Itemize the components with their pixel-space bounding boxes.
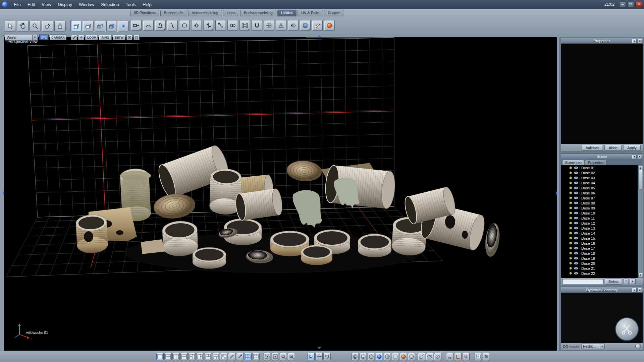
scene-tree-item[interactable]: ✽›Dose 19 xyxy=(561,256,638,261)
pane-splitter-top-icon[interactable] xyxy=(317,33,321,37)
layout-single-view-icon[interactable] xyxy=(156,353,164,360)
soft-selection-tool-icon[interactable] xyxy=(264,20,274,31)
scene-tree-item[interactable]: ✽›Dose 03 xyxy=(561,175,638,180)
visibility-eye-icon[interactable] xyxy=(574,231,578,235)
shading-material-icon[interactable] xyxy=(400,353,407,360)
tab-vertex-modeling[interactable]: Vertex modeling xyxy=(188,10,222,16)
shading-flat-icon[interactable] xyxy=(368,353,375,360)
show-grid-icon[interactable] xyxy=(446,353,453,360)
visibility-eye-icon[interactable] xyxy=(574,226,578,230)
pane-splitter-bottom-icon[interactable] xyxy=(317,347,321,351)
select-vertices-icon[interactable] xyxy=(71,21,82,32)
close-panel-icon[interactable]: ✕ xyxy=(637,39,642,44)
menu-display[interactable]: Display xyxy=(54,2,75,7)
expander-icon[interactable]: › xyxy=(579,257,580,260)
expander-icon[interactable]: › xyxy=(579,206,580,210)
weld-tool-icon[interactable] xyxy=(227,20,238,31)
select-arrow-icon[interactable] xyxy=(5,21,16,32)
dg-mode-select[interactable]: Restric... ▼ xyxy=(581,344,605,349)
layout-two-vertical-icon[interactable] xyxy=(172,353,180,360)
visibility-eye-icon[interactable] xyxy=(574,211,578,215)
camera-space-button[interactable]: CAMERA xyxy=(50,35,67,40)
menu-window[interactable]: Window xyxy=(75,2,98,7)
visibility-eye-icon[interactable] xyxy=(574,236,578,240)
shading-transparent-icon[interactable] xyxy=(392,353,399,360)
layout-three-top-icon[interactable] xyxy=(205,353,212,360)
expander-icon[interactable]: › xyxy=(579,217,580,220)
pen-tool-icon[interactable] xyxy=(228,353,235,360)
expander-icon[interactable]: › xyxy=(579,201,580,205)
menu-file[interactable]: File xyxy=(10,2,24,7)
properties-panel-title[interactable]: Properties ▾ ✕ xyxy=(561,38,643,44)
rollup-icon[interactable]: ▾ xyxy=(632,288,637,293)
scene-tree-item[interactable]: ✽›Dose 08 xyxy=(561,200,638,205)
scene-tree-item[interactable]: ✽›Dose 06 xyxy=(561,190,638,195)
taper-tool-icon[interactable] xyxy=(155,20,166,31)
dg-sphere-icon[interactable] xyxy=(635,344,641,349)
visibility-eye-icon[interactable] xyxy=(574,196,578,200)
edge-slide-icon[interactable] xyxy=(78,35,84,40)
expander-icon[interactable]: › xyxy=(579,186,580,190)
close-panel-icon[interactable]: ✕ xyxy=(637,288,642,293)
tab-surface-modeling[interactable]: Surface modeling xyxy=(240,10,276,16)
select-soft-icon[interactable] xyxy=(118,21,129,32)
scene-tree-item[interactable]: ✽›Dose 16 xyxy=(561,241,638,246)
snap-magnet-icon[interactable] xyxy=(462,353,470,360)
scene-tree-item[interactable]: ✽›Dose 02 xyxy=(561,170,638,175)
chevron-down-icon[interactable]: ▼ xyxy=(32,35,37,40)
scene-tree-item[interactable]: ✽›Dose 07 xyxy=(561,195,638,200)
tab-scene-properties[interactable]: Properties xyxy=(585,160,606,165)
visibility-eye-icon[interactable] xyxy=(574,272,578,276)
invert-selection-icon[interactable] xyxy=(133,35,140,40)
preferences-icon[interactable] xyxy=(483,353,490,360)
visibility-eye-icon[interactable] xyxy=(574,221,578,225)
dg-weight-knob[interactable] xyxy=(615,317,639,341)
perspective-viewport[interactable]: Perspective view wildwuchs 01 x xyxy=(4,37,557,351)
scene-tree-item[interactable]: ✽›Dose 10 xyxy=(561,210,638,216)
layout-three-right-icon[interactable] xyxy=(197,353,204,360)
tab-utilities[interactable]: Utilities xyxy=(277,10,297,16)
vertex-grid-icon[interactable] xyxy=(252,353,260,360)
expander-icon[interactable]: › xyxy=(579,232,580,235)
zoom-camera-icon[interactable] xyxy=(30,21,41,32)
world-space-select[interactable]: World ▼ xyxy=(5,34,38,41)
visibility-eye-icon[interactable] xyxy=(574,251,578,255)
visibility-eye-icon[interactable] xyxy=(574,191,578,195)
select-edges-icon[interactable] xyxy=(83,21,94,32)
visibility-eye-icon[interactable] xyxy=(574,216,578,220)
close-button[interactable]: ✕ xyxy=(635,2,642,7)
visibility-eye-icon[interactable] xyxy=(574,266,578,270)
visibility-eye-icon[interactable] xyxy=(574,171,578,175)
camera-lock-icon[interactable] xyxy=(54,21,66,32)
scene-tree-item[interactable]: ✽›Dose 05 xyxy=(561,185,638,190)
tab-lines[interactable]: Lines xyxy=(223,10,239,16)
expander-icon[interactable]: › xyxy=(579,196,580,200)
expander-icon[interactable]: › xyxy=(579,171,580,175)
uv-checker-icon[interactable] xyxy=(220,353,227,360)
material-tool-icon[interactable] xyxy=(324,20,335,31)
chevron-down-icon[interactable]: ▼ xyxy=(600,344,604,349)
expander-icon[interactable]: › xyxy=(579,262,580,265)
menu-help[interactable]: Help xyxy=(139,2,155,7)
visibility-eye-icon[interactable] xyxy=(574,181,578,185)
scene-tree-item[interactable]: ✽›Dose 17 xyxy=(561,246,638,251)
expander-icon[interactable]: › xyxy=(579,237,580,240)
scene-tree-item[interactable]: ✽›Dose 18 xyxy=(561,251,638,256)
symmetry-tool-icon[interactable] xyxy=(191,20,202,31)
grow-selection-icon[interactable] xyxy=(126,35,132,40)
tab-scene-tree[interactable]: Scene tree xyxy=(562,160,584,165)
flip-tool-icon[interactable] xyxy=(288,20,299,31)
move-tool-icon[interactable] xyxy=(315,353,323,360)
layout-quad-view-icon[interactable] xyxy=(164,353,172,360)
menu-view[interactable]: View xyxy=(38,2,54,7)
rollup-icon[interactable]: ▾ xyxy=(632,155,637,159)
select-down-icon[interactable]: ▼ xyxy=(623,279,629,284)
bend-tool-icon[interactable] xyxy=(143,20,154,31)
scene-tree-item[interactable]: ✽›Dose 09 xyxy=(561,205,638,210)
dynamic-geometry-title[interactable]: Dynamic Geometry ▾ ✕ xyxy=(561,287,643,293)
expander-icon[interactable]: › xyxy=(579,222,580,225)
orbit-camera-icon[interactable] xyxy=(17,21,29,32)
visibility-eye-icon[interactable] xyxy=(574,186,578,190)
expander-icon[interactable]: › xyxy=(579,181,580,185)
render-settings-icon[interactable] xyxy=(475,353,482,360)
